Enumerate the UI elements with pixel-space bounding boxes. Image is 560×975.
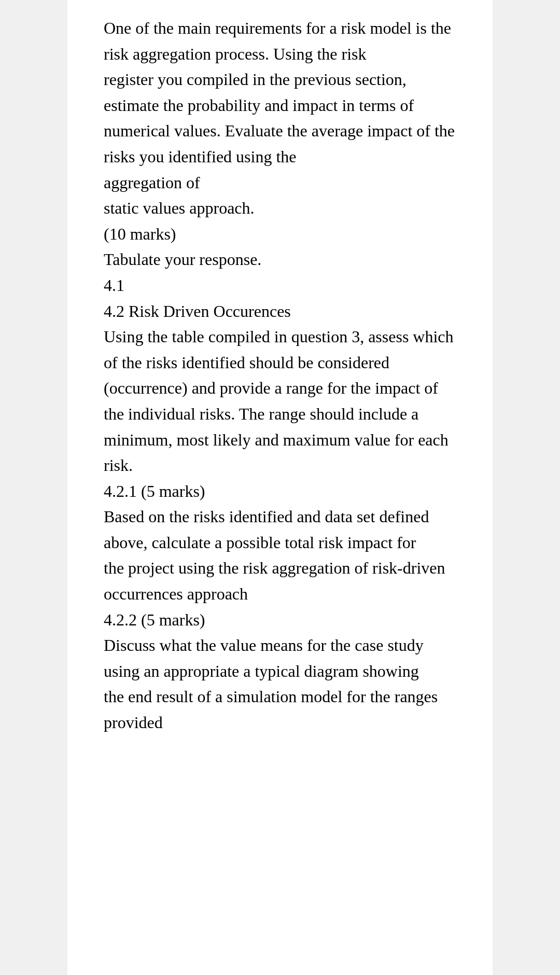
paragraph-marks-10: (10 marks) [104,221,456,247]
paragraph-4-2-2: 4.2.2 (5 marks) [104,607,456,633]
page-container: One of the main requirements for a risk … [67,0,493,975]
paragraph-tabulate: Tabulate your response. [104,247,456,273]
paragraph-4-1: 4.1 [104,273,456,299]
paragraph-4-2-heading: 4.2 Risk Driven Occurences [104,299,456,325]
main-content: One of the main requirements for a risk … [104,16,456,736]
paragraph-4-2-1: 4.2.1 (5 marks) [104,479,456,505]
paragraph-4-2-2-body: Discuss what the value means for the cas… [104,633,456,735]
paragraph-4-2-body: Using the table compiled in question 3, … [104,324,456,479]
paragraph-4-2-1-body: Based on the risks identified and data s… [104,504,456,607]
paragraph-intro: One of the main requirements for a risk … [104,16,456,221]
